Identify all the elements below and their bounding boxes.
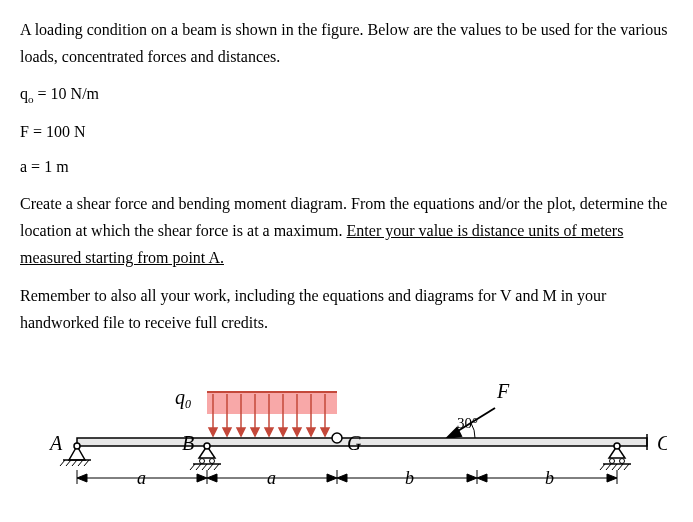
svg-marker-13: [279, 428, 287, 436]
svg-point-44: [609, 458, 614, 463]
svg-line-27: [60, 460, 65, 466]
dim-a2: a: [267, 468, 276, 488]
dim-a1: a: [137, 468, 146, 488]
label-C: C: [657, 432, 667, 454]
svg-point-45: [619, 458, 624, 463]
label-G: G: [347, 432, 362, 454]
svg-line-37: [190, 464, 195, 470]
svg-marker-9: [251, 428, 259, 436]
svg-point-25: [74, 443, 80, 449]
svg-line-30: [78, 460, 83, 466]
svg-marker-7: [237, 428, 245, 436]
svg-point-23: [332, 433, 342, 443]
label-F: F: [496, 380, 510, 402]
svg-line-48: [606, 464, 611, 470]
svg-marker-19: [321, 428, 329, 436]
dim-b2: b: [545, 468, 554, 488]
svg-line-31: [84, 460, 89, 466]
svg-marker-65: [337, 474, 347, 482]
svg-marker-62: [207, 474, 217, 482]
svg-line-49: [612, 464, 617, 470]
svg-line-51: [624, 464, 629, 470]
svg-marker-69: [607, 474, 617, 482]
svg-line-50: [618, 464, 623, 470]
svg-line-39: [202, 464, 207, 470]
parameters: qo = 10 N/m F = 100 N a = 1 m: [20, 80, 673, 180]
svg-marker-17: [307, 428, 315, 436]
svg-marker-15: [293, 428, 301, 436]
reminder-text: Remember to also all your work, includin…: [20, 282, 673, 336]
label-B: B: [182, 432, 194, 454]
intro-text: A loading condition on a beam is shown i…: [20, 16, 673, 70]
svg-rect-22: [77, 438, 647, 446]
param-F: F = 100 N: [20, 118, 673, 145]
svg-marker-66: [467, 474, 477, 482]
svg-marker-3: [209, 428, 217, 436]
param-q0: qo = 10 N/m: [20, 80, 673, 109]
svg-line-47: [600, 464, 605, 470]
svg-point-34: [199, 458, 204, 463]
label-q0: q0: [175, 386, 191, 411]
support-B: [190, 443, 221, 470]
label-A: A: [48, 432, 63, 454]
beam-diagram: q0 30° F A B G: [20, 350, 673, 490]
svg-marker-59: [77, 474, 87, 482]
instruction-text: Create a shear force and bending moment …: [20, 190, 673, 272]
svg-line-41: [214, 464, 219, 470]
svg-line-38: [196, 464, 201, 470]
param-a: a = 1 m: [20, 153, 673, 180]
svg-point-33: [204, 443, 210, 449]
label-angle: 30°: [457, 415, 478, 431]
svg-line-40: [208, 464, 213, 470]
dim-b1: b: [405, 468, 414, 488]
svg-line-29: [72, 460, 77, 466]
svg-marker-5: [223, 428, 231, 436]
svg-marker-60: [197, 474, 207, 482]
svg-point-43: [614, 443, 620, 449]
svg-point-35: [209, 458, 214, 463]
svg-line-28: [66, 460, 71, 466]
svg-marker-63: [327, 474, 337, 482]
svg-marker-68: [477, 474, 487, 482]
support-C: [600, 443, 631, 470]
svg-marker-11: [265, 428, 273, 436]
